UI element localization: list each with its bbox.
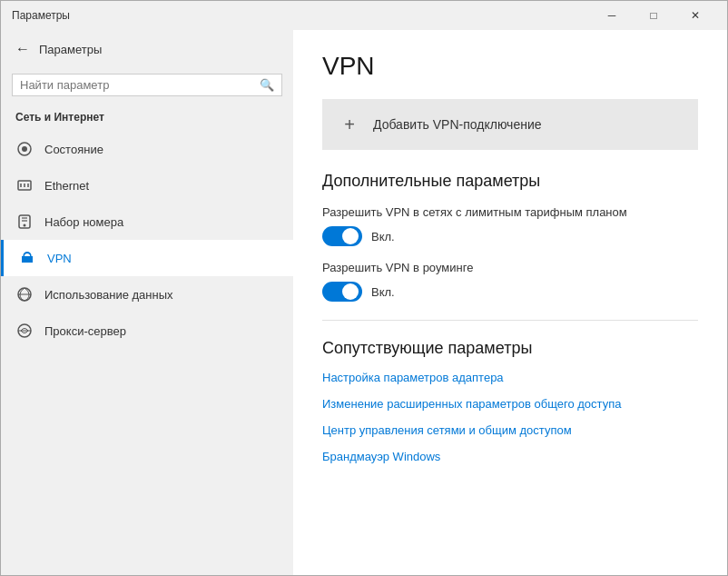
sidebar-item-dialup[interactable]: Набор номера [1, 204, 293, 240]
sidebar-item-data-usage[interactable]: Использование данных [1, 276, 293, 313]
title-bar: Параметры ─ □ ✕ [1, 1, 727, 30]
related-section-title: Сопутствующие параметры [322, 339, 698, 358]
title-bar-left: Параметры [12, 9, 70, 22]
sidebar: ← Параметры 🔍 Сеть и Интернет Состояние [1, 30, 293, 575]
sidebar-item-ethernet[interactable]: Ethernet [1, 167, 293, 204]
svg-point-1 [22, 146, 27, 152]
data-usage-icon [15, 285, 34, 303]
sidebar-back-label: Параметры [39, 43, 102, 56]
add-vpn-button[interactable]: + Добавить VPN-подключение [322, 99, 698, 150]
sidebar-item-status[interactable]: Состояние [1, 131, 293, 167]
related-link-firewall[interactable]: Брандмауэр Windows [322, 450, 698, 463]
minimize-button[interactable]: ─ [591, 1, 633, 30]
vpn-roaming-toggle[interactable] [322, 282, 362, 302]
sidebar-item-status-label: Состояние [44, 143, 103, 156]
setting-row-2: Разрешить VPN в роуминге Вкл. [322, 261, 698, 302]
sidebar-section-title: Сеть и Интернет [1, 107, 293, 131]
setting2-label: Разрешить VPN в роуминге [322, 261, 698, 274]
back-arrow-icon: ← [15, 41, 30, 57]
main-panel: VPN + Добавить VPN-подключение Дополните… [293, 30, 727, 575]
close-button[interactable]: ✕ [674, 1, 716, 30]
setting1-label: Разрешить VPN в сетях с лимитным тарифны… [322, 205, 698, 219]
title-bar-controls: ─ □ ✕ [591, 1, 716, 30]
vpn-icon [18, 249, 36, 267]
svg-point-7 [24, 224, 26, 227]
related-link-adapter[interactable]: Настройка параметров адаптера [322, 371, 698, 384]
search-input[interactable] [20, 78, 260, 92]
sidebar-item-data-usage-label: Использование данных [44, 288, 173, 302]
window-title: Параметры [12, 9, 70, 22]
sidebar-back-nav[interactable]: ← Параметры [1, 30, 293, 68]
sidebar-item-dialup-label: Набор номера [44, 215, 123, 229]
status-icon [15, 140, 34, 158]
window: Параметры ─ □ ✕ ← Параметры 🔍 Сеть и Инт… [0, 0, 728, 576]
sidebar-item-proxy[interactable]: Прокси-сервер [1, 313, 293, 349]
sidebar-item-vpn-label: VPN [47, 252, 72, 265]
proxy-icon [15, 322, 34, 340]
sidebar-item-vpn[interactable]: VPN [1, 240, 293, 276]
search-icon: 🔍 [260, 78, 274, 92]
additional-section-title: Дополнительные параметры [322, 172, 698, 191]
vpn-metered-toggle[interactable] [322, 226, 362, 246]
add-icon: + [337, 112, 362, 137]
toggle-row-1: Вкл. [322, 226, 698, 246]
ethernet-icon [15, 176, 34, 194]
sidebar-search-container: 🔍 [12, 74, 282, 96]
sidebar-item-ethernet-label: Ethernet [44, 179, 89, 193]
maximize-button[interactable]: □ [633, 1, 674, 30]
content-area: ← Параметры 🔍 Сеть и Интернет Состояние [1, 30, 727, 575]
sidebar-item-proxy-label: Прокси-сервер [44, 324, 126, 338]
section-divider [322, 320, 698, 321]
related-link-network-center[interactable]: Центр управления сетями и общим доступом [322, 423, 698, 437]
dialup-icon [15, 213, 34, 231]
toggle1-label: Вкл. [371, 230, 395, 243]
related-link-sharing[interactable]: Изменение расширенных параметров общего … [322, 397, 698, 411]
page-title: VPN [322, 52, 698, 81]
toggle-row-2: Вкл. [322, 282, 698, 302]
toggle2-label: Вкл. [371, 285, 395, 299]
add-vpn-label: Добавить VPN-подключение [373, 117, 542, 132]
setting-row-1: Разрешить VPN в сетях с лимитным тарифны… [322, 205, 698, 246]
